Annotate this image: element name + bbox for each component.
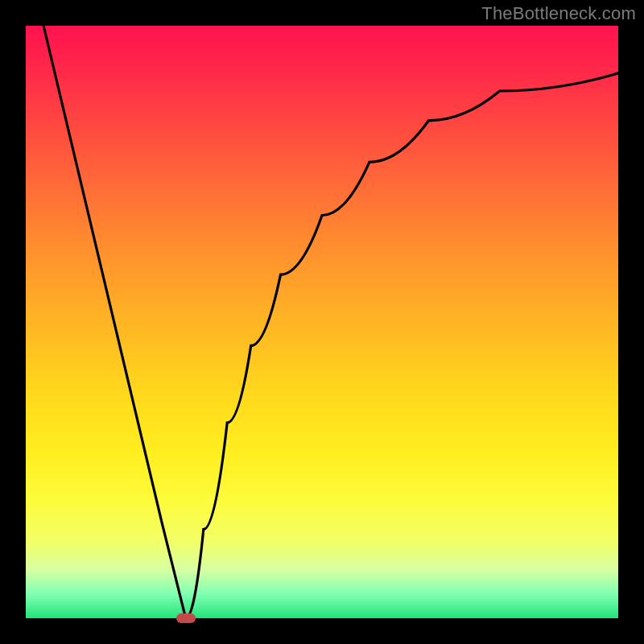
watermark-text: TheBottleneck.com [481,3,636,24]
plot-area [26,26,618,618]
chart-frame: TheBottleneck.com [0,0,644,644]
bottleneck-curve [26,26,618,618]
curve-path [43,26,618,618]
minimum-marker [176,613,196,623]
